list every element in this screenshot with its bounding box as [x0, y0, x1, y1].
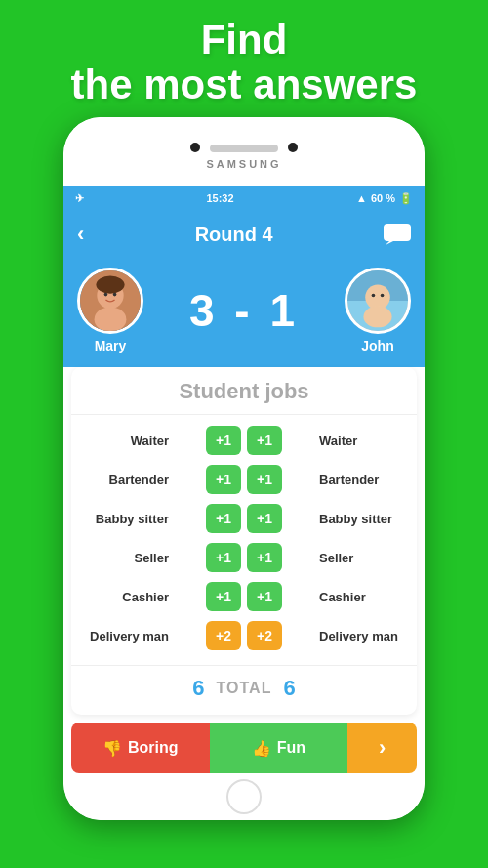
badge-babbysitter-1: +1: [206, 504, 241, 533]
player-right: John: [345, 268, 411, 353]
svg-point-6: [104, 293, 108, 297]
answer-right-babbysitter: Babby sitter: [319, 512, 407, 526]
badge-seller-2: +1: [247, 543, 282, 572]
answer-right-waiter: Waiter: [319, 434, 407, 448]
answer-right-bartender: Bartender: [319, 473, 407, 487]
answer-row-cashier: Cashier +1 +1 Cashier: [81, 577, 407, 616]
answer-row-deliveryman: Delivery man +2 +2 Delivery man: [81, 616, 407, 655]
player-left-name: Mary: [95, 338, 127, 353]
badge-seller-1: +1: [206, 543, 241, 572]
answers-table: Waiter +1 +1 Waiter Bartender +1 +1 Bart…: [71, 415, 417, 661]
total-label: TOTAL: [217, 680, 272, 697]
answer-right-cashier: Cashier: [319, 590, 407, 604]
answer-left-bartender: Bartender: [81, 473, 169, 487]
badge-waiter-2: +1: [247, 426, 282, 455]
status-bar: ✈ 15:32 ▲ 60 % 🔋: [63, 186, 425, 211]
badge-deliveryman-1: +2: [206, 621, 241, 650]
samsung-brand: SAMSUNG: [206, 158, 281, 170]
header-line2: the most answers: [71, 62, 418, 107]
airplane-icon: ✈: [75, 192, 84, 205]
badge-deliveryman-2: +2: [247, 621, 282, 650]
answer-row-seller: Seller +1 +1 Seller: [81, 538, 407, 577]
answer-row-babbysitter: Babby sitter +1 +1 Babby sitter: [81, 499, 407, 538]
svg-point-4: [95, 308, 127, 333]
players-section: Mary 3 - 1 Joh: [63, 258, 425, 367]
phone-shell: SAMSUNG ✈ 15:32 ▲ 60 % 🔋 ‹ Round 4: [63, 117, 425, 820]
next-arrow-icon: ›: [379, 735, 386, 761]
answer-row-bartender: Bartender +1 +1 Bartender: [81, 460, 407, 499]
page-header: Find the most answers: [0, 0, 488, 117]
svg-point-13: [381, 294, 385, 298]
bottom-buttons: 👎 Boring 👍 Fun ›: [71, 723, 417, 773]
header-line1: Find: [201, 17, 288, 62]
svg-point-5: [96, 276, 124, 294]
home-button[interactable]: [226, 779, 262, 814]
next-button[interactable]: ›: [347, 723, 417, 773]
total-right: 6: [283, 676, 295, 701]
answer-row-waiter: Waiter +1 +1 Waiter: [81, 421, 407, 460]
thumbs-up-icon: 👍: [252, 739, 271, 758]
badge-cashier-1: +1: [206, 582, 241, 611]
camera-left: [190, 143, 200, 152]
total-row: 6 TOTAL 6: [71, 665, 417, 705]
badge-waiter-1: +1: [206, 426, 241, 455]
answer-left-waiter: Waiter: [81, 434, 169, 448]
svg-rect-0: [384, 224, 411, 241]
phone-top-bezel: SAMSUNG: [63, 117, 425, 186]
camera-right: [288, 143, 298, 152]
score-display: 3 - 1: [189, 284, 299, 337]
badge-bartender-1: +1: [206, 465, 241, 494]
round-title: Round 4: [195, 224, 273, 246]
app-header: ‹ Round 4: [63, 211, 425, 258]
page-background: Find the most answers SAMSUNG ✈ 15:32 ▲ …: [0, 0, 488, 868]
badge-cashier-2: +1: [247, 582, 282, 611]
player-left: Mary: [77, 268, 143, 353]
answer-left-cashier: Cashier: [81, 590, 169, 604]
phone-bottom-bezel: [63, 773, 425, 820]
total-left: 6: [192, 676, 204, 701]
svg-marker-1: [386, 241, 393, 245]
battery-icon: 🔋: [399, 192, 413, 205]
answer-left-seller: Seller: [81, 551, 169, 565]
answer-left-babbysitter: Babby sitter: [81, 512, 169, 526]
fun-button[interactable]: 👍 Fun: [210, 723, 348, 773]
thumbs-down-icon: 👎: [102, 739, 122, 758]
chat-icon[interactable]: [384, 224, 411, 245]
phone-speaker: [210, 145, 278, 152]
badge-babbysitter-2: +1: [247, 504, 282, 533]
badge-bartender-2: +1: [247, 465, 282, 494]
back-button[interactable]: ‹: [77, 222, 84, 247]
battery-text: 60 %: [371, 192, 395, 204]
svg-point-10: [365, 285, 390, 310]
answer-right-seller: Seller: [319, 551, 407, 565]
avatar-john: [345, 268, 411, 334]
boring-label: Boring: [128, 739, 179, 757]
category-title: Student jobs: [71, 367, 417, 415]
fun-label: Fun: [277, 739, 305, 757]
signal-icon: ▲: [356, 192, 367, 204]
avatar-mary: [77, 268, 143, 334]
status-time: 15:32: [206, 192, 233, 204]
svg-point-12: [372, 294, 376, 298]
answer-right-deliveryman: Delivery man: [319, 629, 407, 643]
player-right-name: John: [361, 338, 393, 353]
game-area: Student jobs Waiter +1 +1 Waiter Bartend…: [71, 367, 417, 715]
answer-left-deliveryman: Delivery man: [81, 629, 169, 643]
boring-button[interactable]: 👎 Boring: [71, 723, 210, 773]
svg-point-11: [363, 307, 391, 328]
svg-point-7: [113, 293, 117, 297]
